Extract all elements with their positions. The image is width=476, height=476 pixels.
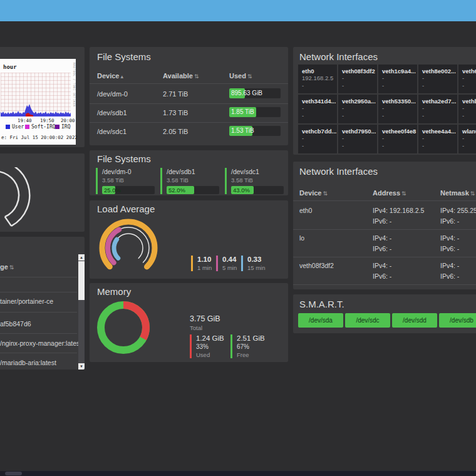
network-interface-cell: veth08f3df2-- [338,65,377,93]
legend-item-user: User [6,124,24,130]
interface-name: veth2950a... [342,98,377,105]
sort-icon: ⇅ [470,190,475,197]
scroll-up-button[interactable]: ▲ [78,254,85,261]
fs-gauge-sdb1: /dev/sdb1 3.58 TiB 52.0% [160,168,227,194]
interface-name: vethb47e... [462,98,476,105]
legend-1min: 1.10 1 min [191,256,212,271]
column-header-netmask[interactable]: Netmask⇅ [440,189,475,197]
panel-title[interactable]: Memory [97,286,131,297]
sort-icon: ⇅ [247,73,252,80]
table-row[interactable]: af5b847d6 [0,320,31,328]
panel-network-table: Network Interfaces Device⇅ Address⇅ Netm… [293,162,476,289]
network-interface-cell: vethb47e...-- [458,95,476,123]
graph-plot-area [1,73,71,116]
smart-button-sda[interactable]: /dev/sda [298,313,343,328]
sort-asc-icon: ▴ [120,73,123,80]
dashboard: hour RRDTOOL / TOBI OETIKER 19:40 19:50 … [0,0,476,476]
panel-title[interactable]: File Systems [97,51,151,62]
usage-bar: 43.0% [231,186,284,194]
column-header-device[interactable]: Device▴ [97,72,123,80]
scrollbar-thumb[interactable] [78,261,85,300]
interface-name: wlan0 [462,128,476,135]
sort-icon: ⇅ [9,264,14,271]
graph-last-update: e: Fri Jul 15 20:00:02 2022 [1,135,78,140]
user-swatch-icon [6,125,10,129]
interface-name: vethee4a4... [422,128,457,135]
x-tick: 19:40 [18,118,32,123]
panel-title[interactable]: File Systems [97,153,151,164]
panel-containers-table: ge⇅ tainer/portainer-ce af5b847d6 /nginx… [0,237,85,370]
x-tick: 19:50 [40,118,54,123]
rrdtool-watermark: RRDTOOL / TOBI OETIKER [73,63,76,107]
network-interface-cell: veth341d4...-- [298,95,337,123]
smart-button-sdc[interactable]: /dev/sdc [345,313,390,328]
panel-cpu-graph: hour RRDTOOL / TOBI OETIKER 19:40 19:50 … [0,47,85,147]
smart-button-sdd[interactable]: /dev/sdd [392,313,437,328]
column-header-device[interactable]: Device⇅ [299,189,328,197]
network-interface-cell: vethd7950...-- [338,125,377,153]
panel-title[interactable]: Network Interfaces [299,51,378,62]
softirq-swatch-icon [25,125,29,129]
interface-name: veth68b4... [462,68,476,75]
memory-total: 3.75 GiB Total [190,314,220,331]
legend-5min: 0.44 5 min [216,256,237,271]
network-interface-cell: vetha2ed7...-- [418,95,457,123]
legend-item-softirq: Soft-IRQ [25,124,56,130]
used-bar: 895.63 GiB [229,88,281,98]
sort-icon: ⇅ [194,73,199,80]
network-interface-cell: veth1c9a4...-- [378,65,417,93]
white-gauge-arc [0,167,69,232]
interface-name: veth1c9a4... [382,68,417,75]
panel-partial-gauge [0,153,85,232]
legend-15min: 0.33 15 min [241,256,266,271]
panel-smart: S.M.A.R.T. /dev/sda /dev/sdc /dev/sdd /d… [293,294,476,333]
usage-bar: 25.0% [102,186,155,194]
network-interface-cell: wlan0-- [458,125,476,153]
horizontal-scrollbar-thumb[interactable] [5,472,22,475]
interface-name: vethee0f4e8 [382,128,417,135]
network-interface-cell: veth68b4...-- [458,65,476,93]
network-interface-cell: veth2950a...-- [338,95,377,123]
graph-title-fragment: hour [3,64,17,70]
legend-free: 2.51 GiB 67% Free [230,334,265,358]
column-header-address[interactable]: Address⇅ [373,189,406,197]
panel-memory: Memory 3.75 GiB Total 1.24 GiB 33% Used … [90,283,288,362]
usage-bar: 52.0% [167,186,219,194]
cpu-usage-area-series [1,73,71,116]
x-tick: 20:00 [61,118,75,123]
column-header-available[interactable]: Available⇅ [163,72,199,80]
interface-name: vetha2ed7... [422,98,457,105]
vertical-scrollbar[interactable]: ▲ ▼ [78,254,85,370]
network-interface-cell: eth0192.168.2.5- [298,65,337,93]
table-row[interactable]: /mariadb-aria:latest [0,359,56,366]
panel-load-average: Load Average 1.10 1 min 0.44 5 min 0.33 … [90,200,288,279]
panel-title[interactable]: Load Average [97,204,155,214]
load-gauge [93,215,163,278]
table-row[interactable]: /nginx-proxy-manager:latest [0,339,81,347]
interface-name: vethd7950... [342,128,377,135]
horizontal-scrollbar[interactable] [0,471,476,476]
memory-donut-chart [95,301,152,358]
sort-icon: ⇅ [323,190,328,197]
panel-title[interactable]: S.M.A.R.T. [299,299,344,309]
panel-filesystems-table: File Systems Device▴ Available⇅ Used⇅ /d… [90,47,288,145]
network-interface-cell: vethcb7dd...-- [298,125,337,153]
network-interface-cell: veth53350...-- [378,95,417,123]
interface-name: eth0 [302,68,337,75]
used-bar: 1.85 TiB [229,107,281,117]
fs-gauge-dm0: /dev/dm-0 3.58 TiB 25.0% [96,168,162,194]
column-header-used[interactable]: Used⇅ [229,72,252,80]
column-header-image[interactable]: ge⇅ [0,263,14,271]
interface-name: veth53350... [382,98,417,105]
panel-network-grid: Network Interfaces eth0192.168.2.5-veth0… [293,47,476,155]
network-interface-cell: veth8e002...-- [418,65,457,93]
interface-name: veth8e002... [422,68,457,75]
panel-title[interactable]: Network Interfaces [299,166,378,177]
scroll-down-button[interactable]: ▼ [78,363,85,370]
legend-item-irq: IRQ [55,124,70,130]
table-row[interactable]: tainer/portainer-ce [0,298,53,305]
used-bar: 1.53 TiB [229,126,281,136]
network-interface-cell: vethee0f4e8-- [378,125,417,153]
smart-button-sdb[interactable]: /dev/sdb [439,313,476,328]
panel-filesystems-gauges: File Systems /dev/dm-0 3.58 TiB 25.0% /d… [90,150,288,195]
